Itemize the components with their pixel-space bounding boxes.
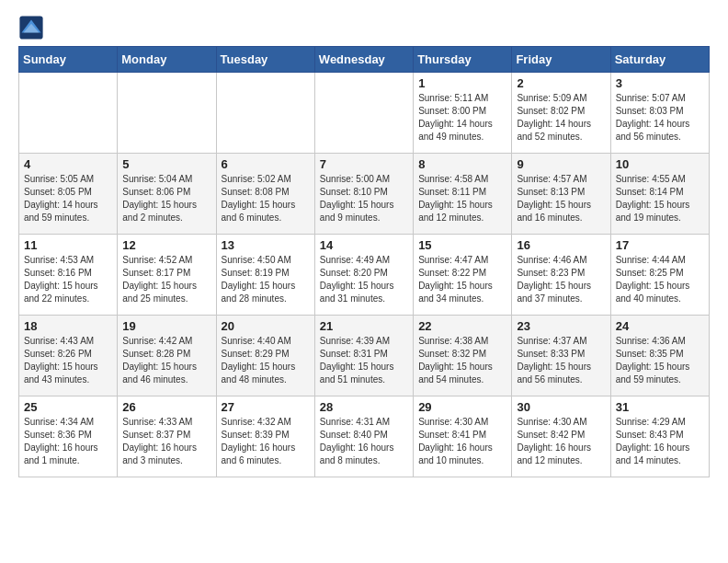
day-info: Sunrise: 4:43 AM Sunset: 8:26 PM Dayligh… <box>24 335 112 386</box>
calendar-cell <box>314 73 413 154</box>
calendar-cell: 15Sunrise: 4:47 AM Sunset: 8:22 PM Dayli… <box>414 235 512 316</box>
day-info: Sunrise: 4:37 AM Sunset: 8:33 PM Dayligh… <box>517 335 605 386</box>
calendar-cell: 20Sunrise: 4:40 AM Sunset: 8:29 PM Dayli… <box>216 316 314 396</box>
day-info: Sunrise: 4:31 AM Sunset: 8:40 PM Dayligh… <box>320 416 408 467</box>
calendar-cell: 2Sunrise: 5:09 AM Sunset: 8:02 PM Daylig… <box>512 73 610 154</box>
day-number: 26 <box>122 400 210 414</box>
calendar-header-row: SundayMondayTuesdayWednesdayThursdayFrid… <box>19 47 710 73</box>
calendar-week-5: 25Sunrise: 4:34 AM Sunset: 8:36 PM Dayli… <box>19 396 710 477</box>
calendar-cell: 21Sunrise: 4:39 AM Sunset: 8:31 PM Dayli… <box>314 316 413 396</box>
calendar-cell: 24Sunrise: 4:36 AM Sunset: 8:35 PM Dayli… <box>610 316 709 396</box>
day-info: Sunrise: 4:57 AM Sunset: 8:13 PM Dayligh… <box>517 173 605 224</box>
day-number: 30 <box>517 400 605 414</box>
calendar-week-3: 11Sunrise: 4:53 AM Sunset: 8:16 PM Dayli… <box>19 235 710 316</box>
header-tuesday: Tuesday <box>216 47 314 73</box>
calendar-cell: 19Sunrise: 4:42 AM Sunset: 8:28 PM Dayli… <box>118 316 216 396</box>
calendar-cell: 25Sunrise: 4:34 AM Sunset: 8:36 PM Dayli… <box>19 396 118 477</box>
calendar-cell: 28Sunrise: 4:31 AM Sunset: 8:40 PM Dayli… <box>314 396 413 477</box>
calendar-cell: 26Sunrise: 4:33 AM Sunset: 8:37 PM Dayli… <box>118 396 216 477</box>
calendar-cell <box>19 73 118 154</box>
logo-icon <box>18 15 44 40</box>
day-number: 15 <box>418 238 506 252</box>
calendar-cell: 6Sunrise: 5:02 AM Sunset: 8:08 PM Daylig… <box>216 154 314 235</box>
day-info: Sunrise: 4:40 AM Sunset: 8:29 PM Dayligh… <box>222 335 310 386</box>
calendar-cell: 5Sunrise: 5:04 AM Sunset: 8:06 PM Daylig… <box>118 154 216 235</box>
day-number: 23 <box>517 319 605 333</box>
header-friday: Friday <box>512 47 610 73</box>
day-info: Sunrise: 4:30 AM Sunset: 8:42 PM Dayligh… <box>517 416 605 467</box>
calendar-cell: 16Sunrise: 4:46 AM Sunset: 8:23 PM Dayli… <box>512 235 610 316</box>
logo <box>18 15 48 40</box>
day-info: Sunrise: 4:47 AM Sunset: 8:22 PM Dayligh… <box>418 254 506 305</box>
calendar-cell: 9Sunrise: 4:57 AM Sunset: 8:13 PM Daylig… <box>512 154 610 235</box>
day-number: 31 <box>616 400 704 414</box>
header-sunday: Sunday <box>19 47 118 73</box>
day-info: Sunrise: 4:44 AM Sunset: 8:25 PM Dayligh… <box>616 254 704 305</box>
header-wednesday: Wednesday <box>314 47 413 73</box>
calendar-cell: 13Sunrise: 4:50 AM Sunset: 8:19 PM Dayli… <box>216 235 314 316</box>
calendar-cell: 8Sunrise: 4:58 AM Sunset: 8:11 PM Daylig… <box>414 154 512 235</box>
day-info: Sunrise: 4:33 AM Sunset: 8:37 PM Dayligh… <box>122 416 210 467</box>
calendar-cell: 7Sunrise: 5:00 AM Sunset: 8:10 PM Daylig… <box>314 154 413 235</box>
calendar-cell: 23Sunrise: 4:37 AM Sunset: 8:33 PM Dayli… <box>512 316 610 396</box>
day-info: Sunrise: 5:09 AM Sunset: 8:02 PM Dayligh… <box>517 92 605 144</box>
calendar-cell: 17Sunrise: 4:44 AM Sunset: 8:25 PM Dayli… <box>610 235 709 316</box>
calendar: SundayMondayTuesdayWednesdayThursdayFrid… <box>18 46 710 477</box>
day-number: 16 <box>517 238 605 252</box>
day-number: 4 <box>24 157 112 171</box>
day-info: Sunrise: 4:46 AM Sunset: 8:23 PM Dayligh… <box>517 254 605 305</box>
header-saturday: Saturday <box>610 47 709 73</box>
day-number: 17 <box>616 238 704 252</box>
day-number: 13 <box>222 238 310 252</box>
day-info: Sunrise: 5:05 AM Sunset: 8:05 PM Dayligh… <box>24 173 112 224</box>
header-monday: Monday <box>118 47 216 73</box>
day-number: 8 <box>418 157 506 171</box>
day-info: Sunrise: 5:02 AM Sunset: 8:08 PM Dayligh… <box>222 173 310 224</box>
day-number: 1 <box>418 76 506 90</box>
day-number: 9 <box>517 157 605 171</box>
day-number: 27 <box>222 400 310 414</box>
calendar-week-4: 18Sunrise: 4:43 AM Sunset: 8:26 PM Dayli… <box>19 316 710 396</box>
day-number: 24 <box>616 319 704 333</box>
day-info: Sunrise: 4:42 AM Sunset: 8:28 PM Dayligh… <box>122 335 210 386</box>
day-info: Sunrise: 4:38 AM Sunset: 8:32 PM Dayligh… <box>418 335 506 386</box>
day-info: Sunrise: 4:36 AM Sunset: 8:35 PM Dayligh… <box>616 335 704 386</box>
day-info: Sunrise: 5:11 AM Sunset: 8:00 PM Dayligh… <box>418 92 506 144</box>
calendar-cell: 31Sunrise: 4:29 AM Sunset: 8:43 PM Dayli… <box>610 396 709 477</box>
calendar-cell <box>118 73 216 154</box>
day-number: 3 <box>616 76 704 90</box>
calendar-cell: 1Sunrise: 5:11 AM Sunset: 8:00 PM Daylig… <box>414 73 512 154</box>
day-number: 28 <box>320 400 408 414</box>
day-number: 21 <box>320 319 408 333</box>
calendar-cell: 27Sunrise: 4:32 AM Sunset: 8:39 PM Dayli… <box>216 396 314 477</box>
calendar-week-2: 4Sunrise: 5:05 AM Sunset: 8:05 PM Daylig… <box>19 154 710 235</box>
calendar-cell: 11Sunrise: 4:53 AM Sunset: 8:16 PM Dayli… <box>19 235 118 316</box>
day-number: 5 <box>122 157 210 171</box>
day-number: 22 <box>418 319 506 333</box>
day-info: Sunrise: 5:04 AM Sunset: 8:06 PM Dayligh… <box>122 173 210 224</box>
day-info: Sunrise: 4:34 AM Sunset: 8:36 PM Dayligh… <box>24 416 112 467</box>
day-info: Sunrise: 4:30 AM Sunset: 8:41 PM Dayligh… <box>418 416 506 467</box>
day-number: 29 <box>418 400 506 414</box>
calendar-cell: 12Sunrise: 4:52 AM Sunset: 8:17 PM Dayli… <box>118 235 216 316</box>
day-number: 10 <box>616 157 704 171</box>
day-info: Sunrise: 4:29 AM Sunset: 8:43 PM Dayligh… <box>616 416 704 467</box>
header-thursday: Thursday <box>414 47 512 73</box>
calendar-cell: 10Sunrise: 4:55 AM Sunset: 8:14 PM Dayli… <box>610 154 709 235</box>
day-info: Sunrise: 4:53 AM Sunset: 8:16 PM Dayligh… <box>24 254 112 305</box>
day-number: 25 <box>24 400 112 414</box>
calendar-cell: 22Sunrise: 4:38 AM Sunset: 8:32 PM Dayli… <box>414 316 512 396</box>
calendar-cell: 29Sunrise: 4:30 AM Sunset: 8:41 PM Dayli… <box>414 396 512 477</box>
header <box>18 15 710 40</box>
day-info: Sunrise: 4:32 AM Sunset: 8:39 PM Dayligh… <box>222 416 310 467</box>
day-info: Sunrise: 5:07 AM Sunset: 8:03 PM Dayligh… <box>616 92 704 144</box>
day-number: 2 <box>517 76 605 90</box>
day-info: Sunrise: 5:00 AM Sunset: 8:10 PM Dayligh… <box>320 173 408 224</box>
calendar-cell: 30Sunrise: 4:30 AM Sunset: 8:42 PM Dayli… <box>512 396 610 477</box>
calendar-cell: 18Sunrise: 4:43 AM Sunset: 8:26 PM Dayli… <box>19 316 118 396</box>
day-number: 12 <box>122 238 210 252</box>
day-info: Sunrise: 4:55 AM Sunset: 8:14 PM Dayligh… <box>616 173 704 224</box>
day-number: 18 <box>24 319 112 333</box>
day-number: 20 <box>222 319 310 333</box>
day-number: 7 <box>320 157 408 171</box>
